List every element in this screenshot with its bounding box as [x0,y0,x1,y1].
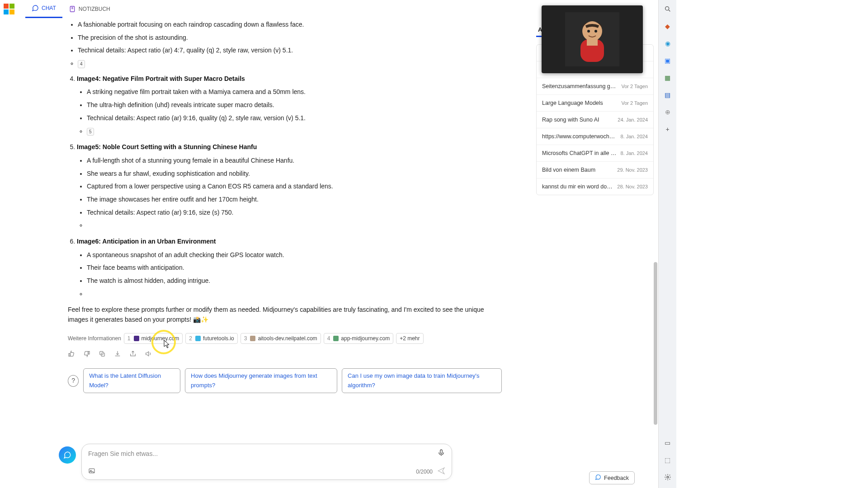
scrollbar[interactable] [653,18,657,488]
favicon-icon [134,336,139,341]
settings-icon[interactable] [662,472,673,483]
question-icon: ? [68,375,79,387]
svg-point-14 [665,7,669,10]
rail-app-icon[interactable]: ▦ [662,72,673,83]
svg-point-12 [587,30,590,33]
rail-app-icon[interactable]: ◆ [662,21,673,32]
item-title: Image5: Noble Court Setting with a Stunn… [77,143,257,150]
copy-icon[interactable] [99,350,106,357]
mic-icon[interactable] [437,449,445,459]
image-input-icon[interactable] [88,467,95,476]
like-icon[interactable] [68,350,75,357]
message-actions [68,350,502,357]
suggestion-chip[interactable]: How does Midjourney generate images from… [185,368,337,393]
bullet: She wears a fur shawl, exuding sophistic… [87,169,502,179]
bullet: The precision of the shot is astounding. [78,33,502,43]
citation-chip[interactable]: 5 [87,128,94,136]
item-title: Image4: Negative Film Portrait with Supe… [77,75,245,82]
tab-chat[interactable]: CHAT [25,0,62,18]
recent-item[interactable]: https://www.computerwoche.de/a/mi8. Jan.… [537,128,653,145]
bullet: A striking negative film portrait taken … [87,87,502,97]
new-topic-button[interactable] [59,446,76,464]
chat-icon [32,5,39,12]
favicon-icon [333,336,339,341]
bullet: Technical details: Aspect ratio (ar) 4:7… [78,46,502,56]
svg-point-16 [667,476,669,478]
rail-app-icon[interactable]: ⊕ [662,107,673,117]
citation-chip[interactable]: 4 [78,60,85,68]
source-chip[interactable]: 1midjourney.com [124,333,183,344]
closing-text: Feel free to explore these prompts furth… [68,305,502,324]
recent-item[interactable]: Microsofts ChatGPT in alle Produkte in8.… [537,145,653,162]
recent-item[interactable]: Large Language ModelsVor 2 Tagen [537,95,653,112]
suggestions-row: ? What is the Latent Diffusion Model? Ho… [68,368,502,393]
rail-app-icon[interactable]: ▤ [662,89,673,100]
bullet: A fashionable portrait focusing on each … [78,20,502,30]
tab-chat-label: CHAT [42,5,56,11]
more-info-label: Weitere Informationen [68,334,121,343]
numbered-item: Image6: Anticipation in an Urban Environ… [77,237,502,299]
svg-line-15 [669,10,670,11]
tab-notebook-label: NOTIZBUCH [79,6,110,12]
search-icon[interactable] [662,4,673,14]
item-title: Image6: Anticipation in an Urban Environ… [77,238,216,245]
bullet: A spontaneous snapshot of an adult check… [87,250,502,260]
input-bar: Fragen Sie mich etwas... 0/2000 [59,444,452,480]
sources-row: Weitere Informationen 1midjourney.com 2f… [68,333,502,344]
suggestion-chip[interactable]: What is the Latent Diffusion Model? [83,368,180,393]
feedback-label: Feedback [604,475,629,481]
char-count: 0/2000 [416,469,433,475]
bullet: The watch is almost hidden, adding intri… [87,276,502,286]
windows-logo-icon [4,4,14,14]
source-chip[interactable]: 4app-midjourney.com [324,333,394,344]
feedback-icon [595,474,601,482]
sources-more-chip[interactable]: +2 mehr [396,333,423,344]
empty-bullet [87,289,502,299]
bullet: Technical details: Aspect ratio (ar) 9:1… [87,208,502,218]
numbered-item: Image5: Noble Court Setting with a Stunn… [77,142,502,230]
share-icon[interactable] [129,350,137,357]
dislike-icon[interactable] [83,350,90,357]
source-chip[interactable]: 3aitools-dev.neilpatel.com [241,333,321,344]
download-icon[interactable] [114,350,121,357]
bullet: The image showcases her entire outfit an… [87,195,502,205]
speaker-icon[interactable] [145,350,152,357]
svg-rect-11 [587,39,598,46]
bullet: Their face beams with anticipation. [87,263,502,273]
numbered-item: Image4: Negative Film Portrait with Supe… [77,74,502,136]
rail-app-icon[interactable]: ▣ [662,55,673,66]
send-icon[interactable] [437,467,445,477]
empty-bullet [87,221,502,230]
webcam-overlay [542,5,643,73]
rail-app-icon[interactable]: ▭ [662,437,673,448]
favicon-icon [195,336,201,341]
citation-bullet: 5 [87,127,502,136]
recent-item[interactable]: kannst du mir ein word dokument ers28. N… [537,178,653,195]
svg-point-13 [594,30,597,33]
source-chip[interactable]: 2futuretools.io [185,333,237,344]
rail-app-icon[interactable]: ◉ [662,38,673,49]
recent-item[interactable]: Bild von einem Baum29. Nov. 2023 [537,162,653,178]
plus-icon[interactable]: + [662,124,673,135]
citation-bullet: 4 [78,59,502,69]
input-placeholder: Fragen Sie mich etwas... [88,450,437,457]
presenter-face [542,5,643,73]
favicon-icon [250,336,255,341]
scrollbar-thumb[interactable] [654,262,657,425]
notebook-icon [69,5,76,13]
feedback-button[interactable]: Feedback [589,471,635,484]
recent-item[interactable]: Rap song with Suno AI24. Jan. 2024 [537,112,653,128]
recent-item[interactable]: Seitenzusammenfassung generierenVor 2 Ta… [537,78,653,95]
suggestion-chip[interactable]: Can I use my own image data to train Mid… [342,368,502,393]
chat-response: A fashionable portrait focusing on each … [68,20,502,393]
bullet: A full-length shot of a stunning young f… [87,156,502,166]
tab-notebook[interactable]: NOTIZBUCH [62,0,117,18]
bullet: The ultra-high definition (uhd) reveals … [87,100,502,110]
edge-sidebar: ◆ ◉ ▣ ▦ ▤ ⊕ + ▭ ⬚ [658,0,676,488]
rail-app-icon[interactable]: ⬚ [662,455,673,465]
bullet: Technical details: Aspect ratio (ar) 9:1… [87,113,502,123]
svg-rect-5 [440,450,443,453]
chat-input[interactable]: Fragen Sie mich etwas... 0/2000 [81,444,452,480]
bullet: Captured from a lower perspective using … [87,182,502,192]
